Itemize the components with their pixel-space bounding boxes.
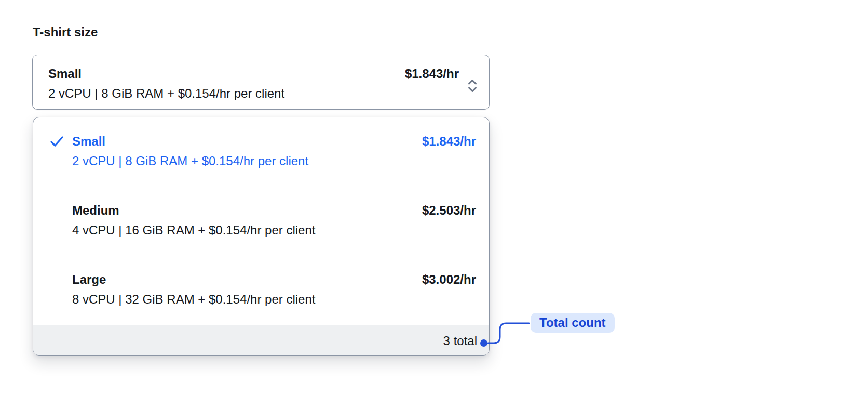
select-value-specs: 2 vCPU | 8 GiB RAM + $0.154/hr per clien… — [48, 85, 284, 102]
option-content: Large 8 vCPU | 32 GiB RAM + $0.154/hr pe… — [72, 271, 315, 308]
option-specs: 4 vCPU | 16 GiB RAM + $0.154/hr per clie… — [72, 222, 315, 239]
option-price: $2.503/hr — [422, 202, 476, 219]
option-content: Medium 4 vCPU | 16 GiB RAM + $0.154/hr p… — [72, 202, 315, 239]
check-icon — [50, 133, 72, 147]
select-value-price: $1.843/hr — [405, 65, 459, 82]
option-name: Small — [72, 133, 308, 150]
tshirt-size-select[interactable]: Small 2 vCPU | 8 GiB RAM + $0.154/hr per… — [32, 55, 490, 110]
tshirt-size-dropdown: Small 2 vCPU | 8 GiB RAM + $0.154/hr per… — [33, 117, 490, 356]
field-label: T-shirt size — [33, 25, 98, 40]
option-name: Large — [72, 271, 315, 288]
option-medium[interactable]: Medium 4 vCPU | 16 GiB RAM + $0.154/hr p… — [33, 187, 489, 256]
dropdown-footer: 3 total — [33, 325, 489, 356]
select-value-name: Small — [48, 65, 284, 82]
option-content: Small 2 vCPU | 8 GiB RAM + $0.154/hr per… — [72, 133, 308, 169]
option-small[interactable]: Small 2 vCPU | 8 GiB RAM + $0.154/hr per… — [33, 117, 489, 187]
option-price: $3.002/hr — [422, 271, 476, 288]
select-value: Small 2 vCPU | 8 GiB RAM + $0.154/hr per… — [48, 65, 284, 102]
option-list: Small 2 vCPU | 8 GiB RAM + $0.154/hr per… — [33, 117, 489, 325]
chevron-up-down-icon — [466, 78, 479, 94]
total-count-text: 3 total — [443, 334, 477, 348]
option-specs: 8 vCPU | 32 GiB RAM + $0.154/hr per clie… — [72, 291, 315, 308]
option-large[interactable]: Large 8 vCPU | 32 GiB RAM + $0.154/hr pe… — [33, 256, 489, 325]
annotation-label: Total count — [531, 313, 615, 333]
option-price: $1.843/hr — [422, 133, 476, 150]
option-name: Medium — [72, 202, 315, 219]
option-specs: 2 vCPU | 8 GiB RAM + $0.154/hr per clien… — [72, 153, 308, 169]
